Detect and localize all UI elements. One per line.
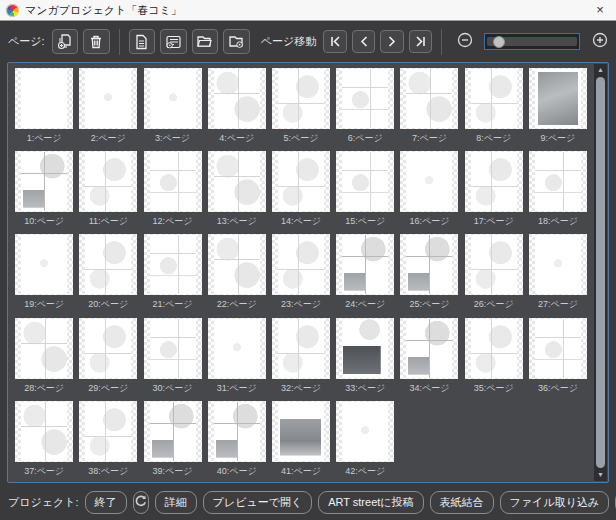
- page-thumbnail-item[interactable]: 9:ページ: [526, 68, 590, 146]
- thumbnail-zoom-slider[interactable]: [484, 33, 580, 50]
- quit-project-button[interactable]: 終了: [85, 491, 127, 514]
- page-thumbnail-item[interactable]: 5:ページ: [269, 68, 333, 146]
- page-thumbnail-image[interactable]: [465, 318, 523, 379]
- page-thumbnail-image[interactable]: [400, 68, 458, 129]
- page-thumbnail-image[interactable]: [15, 234, 73, 295]
- page-thumbnail-item[interactable]: 28:ページ: [12, 318, 76, 396]
- new-document-button[interactable]: [129, 29, 156, 54]
- page-thumbnail-image[interactable]: [336, 68, 394, 129]
- page-thumbnail-image[interactable]: [79, 151, 137, 212]
- page-thumbnail-item[interactable]: 22:ページ: [205, 234, 269, 312]
- open-folder-button[interactable]: [192, 29, 219, 54]
- page-thumbnail-item[interactable]: 37:ページ: [12, 401, 76, 479]
- page-thumbnail-image[interactable]: [208, 318, 266, 379]
- scrollbar-thumb[interactable]: [596, 77, 605, 468]
- page-thumbnail-image[interactable]: [465, 68, 523, 129]
- slider-handle[interactable]: [493, 36, 505, 48]
- folder-settings-button[interactable]: [223, 29, 250, 54]
- page-thumbnail-item[interactable]: 25:ページ: [397, 234, 461, 312]
- page-thumbnail-image[interactable]: [208, 151, 266, 212]
- page-thumbnail-image[interactable]: [465, 151, 523, 212]
- page-thumbnail-item[interactable]: 31:ページ: [205, 318, 269, 396]
- artstreet-post-button[interactable]: ART streetに投稿: [318, 491, 423, 514]
- page-thumbnail-image[interactable]: [144, 151, 202, 212]
- file-import-button[interactable]: ファイル取り込み: [500, 491, 610, 514]
- page-thumbnail-image[interactable]: [15, 401, 73, 462]
- first-page-button[interactable]: [323, 30, 347, 53]
- scroll-down-icon[interactable]: ▼: [594, 469, 607, 481]
- page-thumbnail-image[interactable]: [15, 151, 73, 212]
- zoom-in-button[interactable]: [591, 33, 608, 50]
- page-thumbnail-image[interactable]: [79, 318, 137, 379]
- add-page-button[interactable]: [52, 29, 79, 54]
- page-thumbnail-image[interactable]: [144, 318, 202, 379]
- page-thumbnail-item[interactable]: 1:ページ: [12, 68, 76, 146]
- close-window-button[interactable]: ×: [590, 1, 610, 19]
- page-thumbnail-item[interactable]: 42:ページ: [333, 401, 397, 479]
- page-thumbnail-item[interactable]: 40:ページ: [205, 401, 269, 479]
- page-thumbnail-image[interactable]: [336, 151, 394, 212]
- page-thumbnail-image[interactable]: [79, 68, 137, 129]
- page-thumbnail-item[interactable]: 10:ページ: [12, 151, 76, 229]
- page-thumbnail-item[interactable]: 20:ページ: [76, 234, 140, 312]
- page-thumbnail-image[interactable]: [272, 151, 330, 212]
- page-thumbnail-image[interactable]: [272, 401, 330, 462]
- page-thumbnail-image[interactable]: [208, 401, 266, 462]
- page-thumbnail-item[interactable]: 6:ページ: [333, 68, 397, 146]
- page-thumbnail-item[interactable]: 14:ページ: [269, 151, 333, 229]
- next-page-button[interactable]: [380, 30, 404, 53]
- page-thumbnail-item[interactable]: 17:ページ: [462, 151, 526, 229]
- page-thumbnail-item[interactable]: 3:ページ: [140, 68, 204, 146]
- page-thumbnail-item[interactable]: 38:ページ: [76, 401, 140, 479]
- page-thumbnail-image[interactable]: [272, 318, 330, 379]
- page-thumbnail-item[interactable]: 2:ページ: [76, 68, 140, 146]
- page-thumbnail-item[interactable]: 18:ページ: [526, 151, 590, 229]
- page-thumbnail-item[interactable]: 35:ページ: [462, 318, 526, 396]
- prev-page-button[interactable]: [352, 30, 376, 53]
- page-thumbnail-image[interactable]: [336, 234, 394, 295]
- page-thumbnail-item[interactable]: 27:ページ: [526, 234, 590, 312]
- page-thumbnail-item[interactable]: 23:ページ: [269, 234, 333, 312]
- page-thumbnail-image[interactable]: [400, 151, 458, 212]
- page-thumbnail-item[interactable]: 39:ページ: [140, 401, 204, 479]
- page-thumbnail-image[interactable]: [336, 401, 394, 462]
- page-thumbnail-item[interactable]: 30:ページ: [140, 318, 204, 396]
- last-page-button[interactable]: [409, 30, 433, 53]
- page-thumbnail-image[interactable]: [208, 234, 266, 295]
- page-thumbnail-item[interactable]: 13:ページ: [205, 151, 269, 229]
- page-thumbnail-item[interactable]: 32:ページ: [269, 318, 333, 396]
- page-thumbnail-item[interactable]: 29:ページ: [76, 318, 140, 396]
- vertical-scrollbar[interactable]: ▲ ▼: [594, 64, 607, 481]
- page-thumbnail-image[interactable]: [144, 234, 202, 295]
- page-thumbnail-item[interactable]: 26:ページ: [462, 234, 526, 312]
- page-thumbnail-image[interactable]: [15, 68, 73, 129]
- page-thumbnail-item[interactable]: 33:ページ: [333, 318, 397, 396]
- page-thumbnail-image[interactable]: [272, 234, 330, 295]
- delete-page-button[interactable]: [83, 29, 110, 54]
- page-thumbnail-image[interactable]: [529, 151, 587, 212]
- detail-button[interactable]: 詳細: [155, 491, 197, 514]
- page-thumbnail-item[interactable]: 4:ページ: [205, 68, 269, 146]
- page-thumbnail-item[interactable]: 19:ページ: [12, 234, 76, 312]
- page-thumbnail-image[interactable]: [79, 234, 137, 295]
- page-thumbnail-item[interactable]: 12:ページ: [140, 151, 204, 229]
- page-thumbnail-item[interactable]: 15:ページ: [333, 151, 397, 229]
- page-thumbnail-image[interactable]: [400, 234, 458, 295]
- page-thumbnail-image[interactable]: [529, 68, 587, 129]
- page-thumbnail-item[interactable]: 21:ページ: [140, 234, 204, 312]
- page-thumbnail-image[interactable]: [465, 234, 523, 295]
- open-preview-button[interactable]: プレビューで開く: [203, 491, 313, 514]
- page-thumbnail-item[interactable]: 24:ページ: [333, 234, 397, 312]
- page-thumbnail-item[interactable]: 16:ページ: [397, 151, 461, 229]
- page-thumbnail-image[interactable]: [15, 318, 73, 379]
- scroll-up-icon[interactable]: ▲: [594, 64, 607, 76]
- page-thumbnail-item[interactable]: 36:ページ: [526, 318, 590, 396]
- page-thumbnail-image[interactable]: [144, 401, 202, 462]
- refresh-button[interactable]: [133, 491, 149, 514]
- page-thumbnail-item[interactable]: 41:ページ: [269, 401, 333, 479]
- page-thumbnail-item[interactable]: 34:ページ: [397, 318, 461, 396]
- page-thumbnail-image[interactable]: [336, 318, 394, 379]
- page-thumbnail-image[interactable]: [400, 318, 458, 379]
- page-thumbnail-image[interactable]: [272, 68, 330, 129]
- page-thumbnail-image[interactable]: [208, 68, 266, 129]
